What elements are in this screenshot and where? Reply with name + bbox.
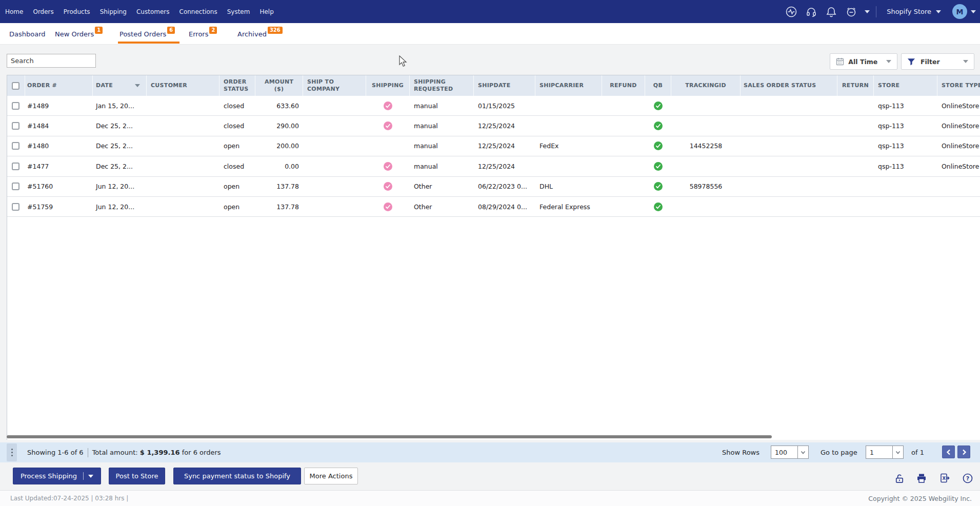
col-header-order-status[interactable]: ORDER STATUS <box>219 75 255 96</box>
qb-posted-icon <box>654 122 663 130</box>
alarm-icon[interactable] <box>845 5 858 18</box>
row-checkbox[interactable] <box>12 102 19 110</box>
cell-store-type: OnlineStore <box>937 156 980 176</box>
prev-page-button[interactable] <box>942 446 955 458</box>
col-header-shipcarrier[interactable]: SHIPCARRIER <box>535 75 602 96</box>
col-header-ship-to-company[interactable]: SHIP TO COMPANY <box>303 75 366 96</box>
nav-item-home[interactable]: Home <box>5 8 23 15</box>
cell-store: qsp-113 <box>874 136 937 156</box>
show-rows-label: Show Rows <box>722 442 759 462</box>
row-checkbox[interactable] <box>12 203 19 211</box>
nav-item-orders[interactable]: Orders <box>33 8 53 15</box>
col-header-store[interactable]: STORE <box>874 75 937 96</box>
cell-store <box>874 197 937 216</box>
process-shipping-caret[interactable] <box>88 475 93 478</box>
col-header-shipdate[interactable]: SHIPDATE <box>474 75 535 96</box>
cell-ship-to-company <box>303 177 366 196</box>
nav-item-connections[interactable]: Connections <box>179 8 217 15</box>
col-header-return[interactable]: RETURN <box>837 75 874 96</box>
cell-shipdate: 12/25/2024 <box>474 156 535 176</box>
col-header-refund[interactable]: REFUND <box>602 75 645 96</box>
goto-page-select[interactable]: 1 <box>866 446 904 459</box>
cell-order-status: open <box>219 197 255 216</box>
date-range-label: All Time <box>848 58 877 66</box>
row-checkbox[interactable] <box>12 122 19 130</box>
lock-icon[interactable] <box>893 473 905 484</box>
more-actions-button[interactable]: More Actions <box>304 468 358 484</box>
nav-item-system[interactable]: System <box>227 8 250 15</box>
avatar-caret[interactable] <box>971 10 976 13</box>
col-header-qb[interactable]: QB <box>645 75 671 96</box>
cell-trackingid: 58978556 <box>671 177 741 196</box>
process-shipping-button[interactable]: Process Shipping <box>13 468 101 484</box>
cell-order: #1480 <box>25 136 93 156</box>
cell-amount: 137.78 <box>255 197 303 216</box>
col-header-shipping-requested[interactable]: SHIPPING REQUESTED <box>410 75 474 96</box>
filter-button[interactable]: Filter <box>901 53 974 70</box>
col-header-sales-order-status[interactable]: SALES ORDER STATUS <box>741 75 837 96</box>
cell-ship-to-company <box>303 197 366 216</box>
cell-sales-order-status <box>741 177 837 196</box>
row-checkbox[interactable] <box>12 142 19 150</box>
cell-ship-to-company <box>303 96 366 115</box>
store-selector-label: Shopify Store <box>887 8 931 15</box>
store-selector[interactable]: Shopify Store <box>887 8 941 15</box>
nav-item-products[interactable]: Products <box>64 8 90 15</box>
cell-store-type <box>937 197 980 216</box>
tab-dashboard[interactable]: Dashboard <box>9 23 46 45</box>
nav-item-customers[interactable]: Customers <box>136 8 170 15</box>
cell-store: qsp-113 <box>874 116 937 135</box>
activity-icon[interactable] <box>785 5 798 18</box>
show-rows-select[interactable]: 100 <box>771 446 809 459</box>
cell-amount: 633.60 <box>255 96 303 115</box>
help-icon[interactable]: ? <box>962 473 973 484</box>
print-icon[interactable] <box>916 473 927 484</box>
col-header-shipping[interactable]: SHIPPING <box>366 75 410 96</box>
date-range-button[interactable]: All Time <box>830 53 897 70</box>
horizontal-scrollbar[interactable] <box>7 435 772 438</box>
tab-new-orders[interactable]: New Orders1 <box>55 23 103 45</box>
post-to-store-button[interactable]: Post to Store <box>109 468 165 484</box>
bell-icon[interactable] <box>825 5 838 18</box>
cell-shipping-requested: Other <box>410 197 474 216</box>
cell-qb-posted <box>645 96 671 115</box>
nav-item-shipping[interactable]: Shipping <box>100 8 127 15</box>
page-of-label: of 1 <box>911 442 924 462</box>
cell-sales-order-status <box>741 116 837 135</box>
row-checkbox[interactable] <box>12 183 19 190</box>
cell-customer <box>147 116 219 135</box>
tab-archived[interactable]: Archived326 <box>237 23 283 45</box>
showing-count: Showing 1-6 of 6 <box>27 449 84 456</box>
cell-customer <box>147 197 219 216</box>
cell-ship-to-company <box>303 136 366 156</box>
col-header-store-type[interactable]: STORE TYPE <box>937 75 980 96</box>
cell-shipping-done <box>366 116 410 135</box>
search-box[interactable] <box>7 54 96 68</box>
total-amount-label: Total amount: <box>92 449 138 456</box>
cell-trackingid <box>671 197 741 216</box>
search-input[interactable] <box>7 57 98 65</box>
cell-shipdate: 06/22/2023 0... <box>474 177 535 196</box>
select-all-checkbox[interactable] <box>12 82 19 90</box>
col-header-date[interactable]: DATE <box>93 75 147 96</box>
sync-payment-button[interactable]: Sync payment status to Shopify <box>173 468 301 484</box>
col-header-order-[interactable]: ORDER # <box>25 75 93 96</box>
col-header-amount-[interactable]: AMOUNT ($) <box>255 75 303 96</box>
cell-amount: 290.00 <box>255 116 303 135</box>
table-header-row: ORDER #DATECUSTOMERORDER STATUSAMOUNT ($… <box>7 75 980 96</box>
next-page-button[interactable] <box>957 446 970 458</box>
col-header-customer[interactable]: CUSTOMER <box>147 75 219 96</box>
avatar[interactable]: M <box>952 4 967 19</box>
shipping-done-icon <box>384 102 392 110</box>
row-checkbox[interactable] <box>12 163 19 170</box>
alarm-dropdown-caret[interactable] <box>865 10 870 13</box>
pager-drag-handle[interactable] <box>7 443 17 461</box>
headset-icon[interactable] <box>805 5 818 18</box>
nav-item-help[interactable]: Help <box>259 8 273 15</box>
cell-date: Jun 12, 20... <box>93 177 147 196</box>
last-updated-text: Last Updated:07-24-2025 | 03:28 hrs | <box>10 491 128 506</box>
col-header-trackingid[interactable]: TRACKINGID <box>671 75 741 96</box>
export-excel-icon[interactable]: X <box>939 473 950 484</box>
tab-errors[interactable]: Errors2 <box>189 23 217 45</box>
cell-shipdate: 12/25/2024 <box>474 116 535 135</box>
